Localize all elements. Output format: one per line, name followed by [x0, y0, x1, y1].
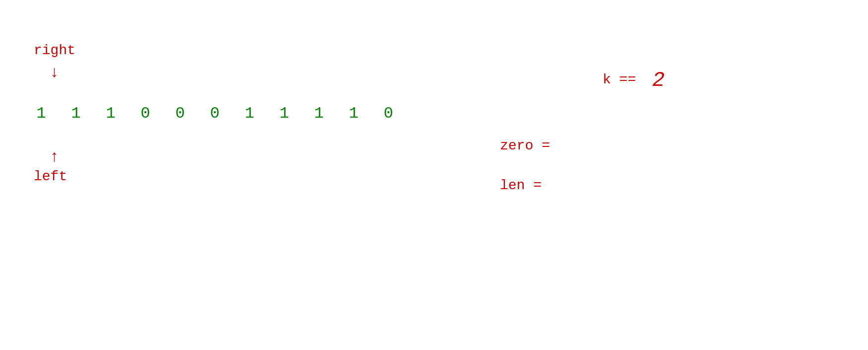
- len-label: len =: [500, 178, 542, 193]
- array-item-6: 1: [242, 104, 257, 123]
- array-item-7: 1: [277, 104, 292, 123]
- left-label: left: [34, 169, 67, 184]
- main-container: right ↓ 11100011110 ↑ left k == 2 zero =…: [0, 0, 868, 350]
- array-item-3: 0: [138, 104, 153, 123]
- right-arrow-icon: ↓: [50, 64, 59, 82]
- k-value: 2: [652, 69, 665, 92]
- array-row: 11100011110: [34, 104, 396, 123]
- array-item-0: 1: [34, 104, 49, 123]
- zero-label: zero =: [500, 138, 550, 153]
- left-arrow-icon: ↑: [50, 148, 59, 166]
- array-item-1: 1: [68, 104, 83, 123]
- array-item-2: 1: [103, 104, 118, 123]
- right-label: right: [34, 43, 75, 58]
- k-label: k ==: [603, 72, 636, 87]
- array-item-8: 1: [311, 104, 326, 123]
- array-item-10: 0: [381, 104, 396, 123]
- array-item-4: 0: [173, 104, 187, 123]
- array-item-9: 1: [346, 104, 361, 123]
- array-item-5: 0: [207, 104, 222, 123]
